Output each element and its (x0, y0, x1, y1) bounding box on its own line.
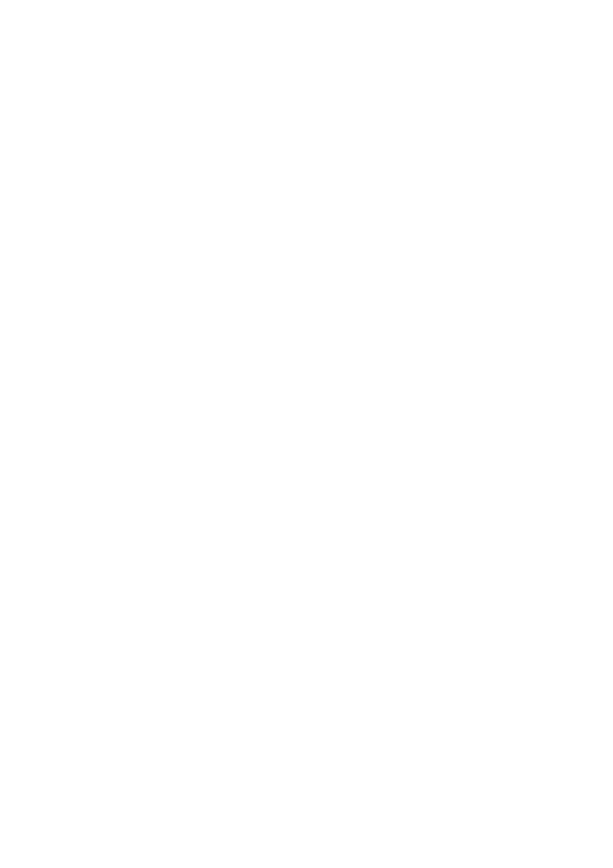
document-page (0, 0, 613, 113)
